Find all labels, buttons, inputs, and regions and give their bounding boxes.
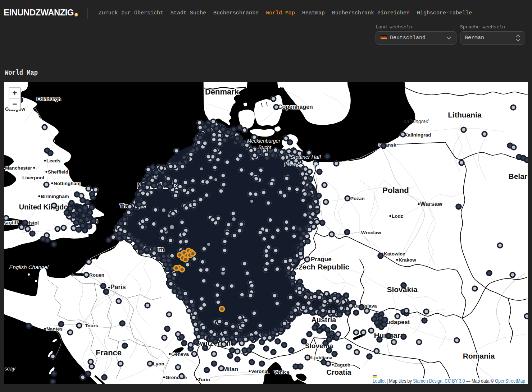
svg-text:Katowice: Katowice [384,251,405,257]
svg-text:(New Szczecinski): (New Szczecinski) [284,161,326,167]
svg-text:Tours: Tours [85,323,98,328]
svg-text:Paris: Paris [110,283,126,291]
svg-text:Ljubljana: Ljubljana [311,355,333,360]
svg-text:Manchester: Manchester [5,165,32,171]
svg-text:Wroclaw: Wroclaw [361,230,381,235]
svg-text:Edinburgh: Edinburgh [37,96,61,102]
svg-text:Leeds: Leeds [46,158,60,163]
svg-text:Verona: Verona [251,369,268,374]
svg-text:Sheffield: Sheffield [48,169,68,175]
svg-text:Stettiner Haff: Stettiner Haff [291,154,322,160]
svg-text:Kaliningrad: Kaliningrad [404,132,431,138]
svg-text:Bucht: Bucht [258,144,272,150]
svg-text:Venice: Venice [274,369,290,375]
svg-text:Copenhagen: Copenhagen [278,104,313,110]
svg-text:Milan: Milan [223,366,238,372]
svg-text:France: France [96,348,122,357]
svg-text:Mecklenburger: Mecklenburger [247,138,281,144]
svg-text:Bratislava: Bratislava [354,303,377,309]
svg-text:Turin: Turin [198,377,210,382]
svg-text:Kaliningrad: Kaliningrad [403,119,429,124]
svg-text:Rouen: Rouen [89,272,104,278]
svg-text:Pozan: Pozan [350,196,365,201]
svg-text:Nottingham: Nottingham [54,181,81,186]
svg-text:Geneva: Geneva [171,351,189,357]
svg-text:Birmingham: Birmingham [41,194,69,199]
svg-text:Krakow: Krakow [399,257,416,263]
svg-text:Liverpool: Liverpool [22,175,44,180]
svg-text:English Channel: English Channel [9,264,49,270]
svg-text:Czech Republic: Czech Republic [293,263,350,271]
svg-text:Poland: Poland [382,186,409,195]
svg-text:Zagreb: Zagreb [334,362,350,368]
svg-text:Croatia: Croatia [327,368,352,376]
svg-text:Lithuania: Lithuania [448,111,482,119]
svg-text:Lodz: Lodz [392,213,403,219]
svg-text:Lyon: Lyon [153,361,164,366]
svg-text:Belarus: Belarus [508,172,528,180]
svg-text:Romania: Romania [463,352,495,360]
svg-text:Leaflet | Map tiles by Stamen: Leaflet | Map tiles by Stamen Design, CC… [373,378,525,384]
svg-text:Prague: Prague [311,256,332,263]
svg-text:Warsaw: Warsaw [420,200,442,207]
svg-text:Denmark: Denmark [205,87,239,96]
svg-text:scay: scay [4,365,16,372]
